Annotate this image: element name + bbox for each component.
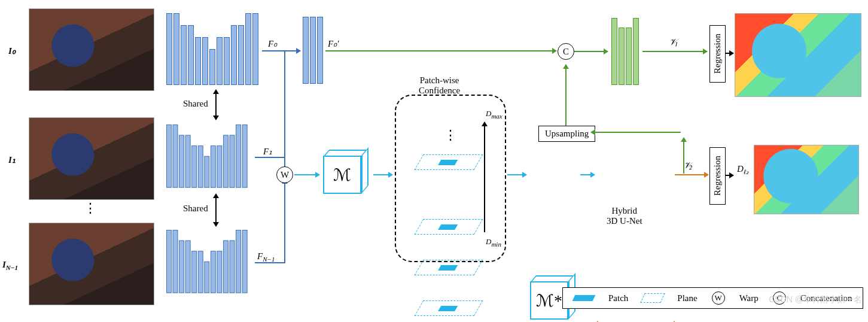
unet-label: Hybrid 3D U-Net <box>607 206 642 226</box>
label-F0: F₀ <box>268 38 277 49</box>
line-ups-up <box>565 65 567 126</box>
label-F0p: F₀′ <box>328 38 339 49</box>
arrow-M-to-patch <box>373 174 392 175</box>
shared-arrow-1 <box>215 90 217 120</box>
legend-plane-icon <box>641 293 665 303</box>
label-D2: Dℓ₂ <box>737 164 748 176</box>
line-f0-down <box>284 51 285 169</box>
arrow-Mstar-to-unet <box>580 174 595 175</box>
arrow-warp-to-M <box>294 174 319 175</box>
regression-1: Regression <box>709 25 726 83</box>
label-V1: 𝒱₁ <box>669 37 678 47</box>
arrow-reg2-out <box>725 175 733 176</box>
shared-arrow-2 <box>215 194 217 226</box>
encoder-N <box>166 230 248 293</box>
legend-patch-label: Patch <box>608 293 628 303</box>
arrow-f0p-to-C <box>325 50 556 51</box>
plane-4 <box>414 300 483 316</box>
architecture-diagram: I₀ I₁ ⋮ IN−1 Shared Shared F₀ F₁ F <box>0 0 868 322</box>
label-F1: F₁ <box>263 146 272 157</box>
input-vdots: ⋮ <box>84 206 97 211</box>
label-IN: IN−1 <box>2 260 18 271</box>
regression-2: Regression <box>709 147 726 205</box>
shared-label-2: Shared <box>183 203 208 214</box>
depth-range-arrow <box>484 122 485 232</box>
plane-2 <box>414 219 483 235</box>
line-fn-h <box>255 262 284 263</box>
legend-plane-label: Plane <box>677 293 697 303</box>
label-I0: I₀ <box>8 45 16 56</box>
arrow-unet-out <box>675 174 708 175</box>
arrow-f0-to-f0p <box>262 50 300 51</box>
label-V2: 𝒱₂ <box>683 160 692 171</box>
legend-warp-icon: W <box>712 291 725 305</box>
volume-M: ℳ <box>323 150 371 198</box>
input-image-1 <box>29 117 154 200</box>
arrow-C-to-bars <box>574 51 608 52</box>
plane-3 <box>414 260 483 275</box>
encoder-0 <box>166 13 258 85</box>
upsampling-block: Upsampling <box>538 126 595 142</box>
shared-label-1: Shared <box>183 99 208 109</box>
legend-patch-icon <box>572 295 596 301</box>
legend-concat-label: Concatenation <box>800 293 852 303</box>
line-merge-down <box>284 177 285 263</box>
depth-output-1 <box>735 13 861 97</box>
arrow-bars-to-reg1 <box>642 51 707 52</box>
input-image-0 <box>29 8 154 91</box>
plane-vdots: ⋮ <box>444 133 457 138</box>
label-I1: I₁ <box>8 154 16 165</box>
legend: Patch Plane W Warp C Concatenation <box>562 287 863 309</box>
input-image-N <box>29 223 154 305</box>
encoder-1 <box>166 124 248 188</box>
green-conv-block <box>611 18 639 85</box>
legend-warp-label: Warp <box>739 293 759 303</box>
depth-output-2 <box>754 145 859 214</box>
plane-top <box>414 154 483 170</box>
warp-op: W <box>276 166 293 183</box>
patchwise-title: Patch-wise Confidence <box>419 75 460 96</box>
line-f1-h <box>255 157 284 158</box>
label-FN: FN−1 <box>257 251 275 263</box>
feature-F0p <box>303 17 323 84</box>
label-Dmax: Dmax <box>486 109 502 120</box>
arrow-patch-to-Mstar <box>507 174 526 175</box>
concat-op: C <box>558 43 574 60</box>
legend-concat-icon: C <box>773 291 786 305</box>
arrow-reg1-out <box>725 53 733 54</box>
arrow-to-upsampling <box>591 132 681 133</box>
label-Dmin: Dmin <box>486 237 501 248</box>
